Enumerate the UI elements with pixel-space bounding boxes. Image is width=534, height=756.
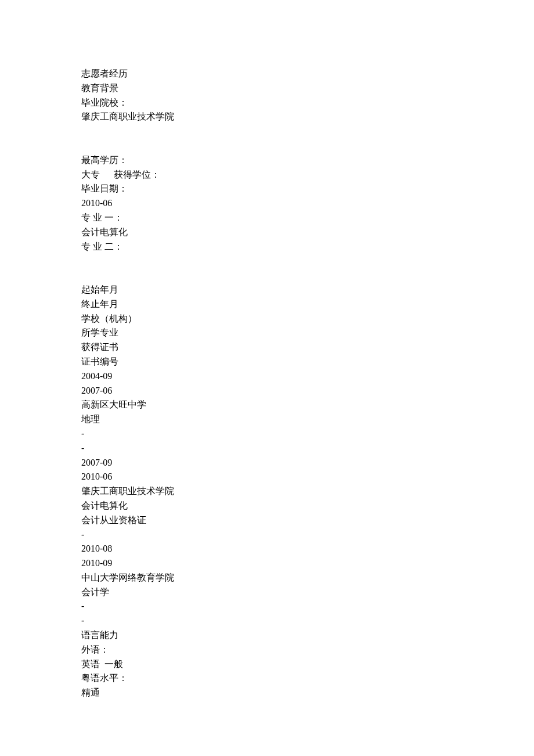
row2-institution: 肇庆工商职业技术学院 bbox=[81, 484, 453, 499]
hdr-major: 所学专业 bbox=[81, 326, 453, 340]
row2-cert: 会计从业资格证 bbox=[81, 513, 453, 528]
section-education: 教育背景 bbox=[81, 81, 453, 96]
hdr-end: 终止年月 bbox=[81, 297, 453, 312]
document-page: 志愿者经历 教育背景 毕业院校： 肇庆工商职业技术学院 最高学历： 大专 获得学… bbox=[0, 0, 453, 700]
row2-start: 2007-09 bbox=[81, 456, 453, 470]
section-volunteer: 志愿者经历 bbox=[81, 67, 453, 81]
label-cantonese: 粤语水平： bbox=[81, 671, 453, 686]
row3-certno: - bbox=[81, 614, 453, 628]
label-major1: 专 业 一： bbox=[81, 211, 453, 225]
row3-cert: - bbox=[81, 599, 453, 614]
blank-line bbox=[81, 268, 453, 283]
hdr-start: 起始年月 bbox=[81, 283, 453, 297]
value-degree: 大专 获得学位： bbox=[81, 168, 453, 182]
row3-start: 2010-08 bbox=[81, 542, 453, 556]
hdr-certno: 证书编号 bbox=[81, 355, 453, 369]
blank-line bbox=[81, 254, 453, 268]
row1-institution: 高新区大旺中学 bbox=[81, 398, 453, 412]
row2-end: 2010-06 bbox=[81, 470, 453, 484]
row1-cert: - bbox=[81, 427, 453, 441]
value-major1: 会计电算化 bbox=[81, 225, 453, 240]
blank-line bbox=[81, 124, 453, 139]
row1-start: 2004-09 bbox=[81, 369, 453, 384]
row2-certno: - bbox=[81, 528, 453, 542]
row3-end: 2010-09 bbox=[81, 556, 453, 571]
label-major2: 专 业 二： bbox=[81, 240, 453, 254]
label-grad-date: 毕业日期： bbox=[81, 182, 453, 196]
hdr-institution: 学校（机构） bbox=[81, 312, 453, 326]
section-language: 语言能力 bbox=[81, 628, 453, 643]
label-school: 毕业院校： bbox=[81, 96, 453, 110]
row1-certno: - bbox=[81, 441, 453, 456]
row3-major: 会计学 bbox=[81, 585, 453, 600]
row3-institution: 中山大学网络教育学院 bbox=[81, 571, 453, 585]
value-grad-date: 2010-06 bbox=[81, 196, 453, 211]
blank-line bbox=[81, 139, 453, 153]
value-cantonese: 精通 bbox=[81, 686, 453, 700]
hdr-cert: 获得证书 bbox=[81, 340, 453, 355]
label-degree: 最高学历： bbox=[81, 153, 453, 168]
row2-major: 会计电算化 bbox=[81, 499, 453, 513]
label-foreign-lang: 外语： bbox=[81, 643, 453, 657]
value-school: 肇庆工商职业技术学院 bbox=[81, 110, 453, 124]
row1-major: 地理 bbox=[81, 412, 453, 427]
value-foreign-lang: 英语 一般 bbox=[81, 657, 453, 672]
row1-end: 2007-06 bbox=[81, 384, 453, 398]
